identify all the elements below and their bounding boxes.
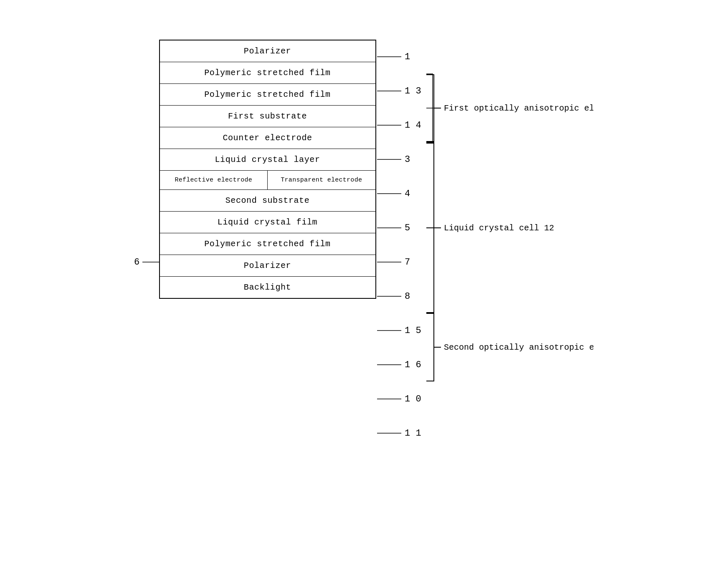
layer-polarizer-bottom: Polarizer	[160, 255, 375, 277]
diagram-container: Polarizer Polymeric stretched film Polym…	[134, 23, 593, 565]
layer-label: Polymeric stretched film	[200, 62, 334, 83]
layer-lc-film: Liquid crystal film	[160, 212, 375, 233]
num-11: 1 1	[405, 428, 421, 439]
num-3: 3	[405, 154, 410, 165]
num-8: 8	[405, 291, 410, 302]
layer-backlight: Backlight	[160, 277, 375, 298]
layer-lc-layer: Liquid crystal layer	[160, 149, 375, 171]
layers-box: Polarizer Polymeric stretched film Polym…	[159, 40, 376, 299]
label-lc-cell: Liquid crystal cell 12	[444, 223, 554, 233]
layer-poly-14: Polymeric stretched film	[160, 84, 375, 106]
transparent-label: Transparent electrode	[278, 171, 365, 189]
layer-label: Liquid crystal film	[213, 212, 322, 233]
layer-poly-16: Polymeric stretched film	[160, 233, 375, 255]
num-14: 1 4	[405, 120, 421, 131]
layer-label: Second substrate	[221, 190, 314, 211]
layer-label: First substrate	[224, 106, 311, 127]
layer-electrode-split: Reflective electrode Transparent electro…	[160, 171, 375, 190]
num-7: 7	[405, 257, 410, 268]
layer-label: Polymeric stretched film	[200, 233, 334, 255]
reflective-electrode-cell: Reflective electrode	[160, 171, 268, 189]
label-second-anisotropic: Second optically anisotropic element 9	[444, 343, 593, 352]
layer-label: Polymeric stretched film	[200, 84, 334, 105]
layer-label: Backlight	[240, 277, 295, 298]
layer-label: Polarizer	[240, 255, 295, 276]
layer-second-substrate: Second substrate	[160, 190, 375, 212]
num-5: 5	[405, 223, 410, 233]
num-15: 1 5	[405, 326, 421, 336]
num-16: 1 6	[405, 360, 421, 370]
layer-counter-electrode: Counter electrode	[160, 127, 375, 149]
layer-label: Polarizer	[240, 40, 295, 62]
num-6: 6	[134, 257, 139, 268]
layer-poly-13: Polymeric stretched film	[160, 62, 375, 84]
num-10: 1 0	[405, 394, 421, 404]
num-13: 1 3	[405, 86, 421, 96]
layer-label: Liquid crystal layer	[210, 149, 324, 170]
label-first-anisotropic: First optically anisotropic element 2	[444, 103, 593, 113]
num-4: 4	[405, 189, 410, 199]
num-1: 1	[405, 52, 410, 62]
reflective-label: Reflective electrode	[172, 171, 255, 189]
layer-polarizer-top: Polarizer	[160, 40, 375, 62]
layer-label: Counter electrode	[218, 127, 316, 149]
transparent-electrode-cell: Transparent electrode	[268, 171, 375, 189]
layer-first-substrate: First substrate	[160, 106, 375, 127]
